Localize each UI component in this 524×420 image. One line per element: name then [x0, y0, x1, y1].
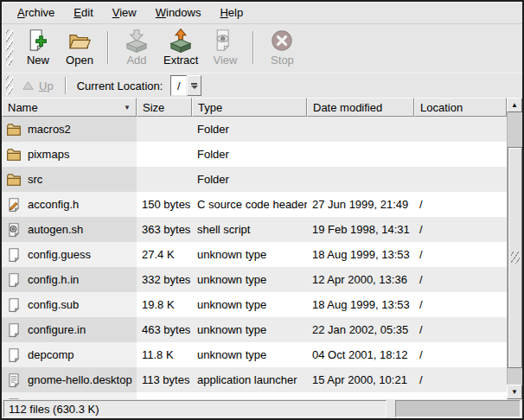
table-row[interactable]: autogen.sh363 bytesshell script19 Feb 19… [2, 217, 507, 242]
menu-label: Edit [73, 6, 93, 19]
menu-windows[interactable]: Windows [146, 2, 211, 23]
file-name-cell: install-sh [2, 392, 137, 399]
status-progress-area [395, 400, 521, 417]
locationbar-drag-handle[interactable] [6, 76, 13, 95]
file-size [137, 167, 192, 192]
file-type: unknown type [192, 292, 307, 317]
locationbar-separator [65, 77, 67, 94]
new-button[interactable]: New [17, 28, 59, 67]
file-list-body: macros2FolderpixmapsFoldersrcFolderaccon… [2, 117, 507, 399]
menu-archive[interactable]: Archive [8, 2, 64, 23]
table-row[interactable]: gnome-hello.desktop113 bytesapplication … [2, 367, 507, 392]
location-combo-dropdown-button[interactable] [187, 75, 201, 96]
column-header-type[interactable]: Type [192, 98, 307, 117]
up-button[interactable]: Up [17, 78, 61, 94]
column-header-size[interactable]: Size [137, 98, 192, 117]
file-size: 5.5 K [137, 392, 192, 399]
file-location: / [414, 267, 507, 292]
scrollbar-down-button[interactable]: ▼ [507, 385, 522, 399]
table-row[interactable]: pixmapsFolder [2, 142, 507, 167]
folder-icon [6, 172, 22, 188]
file-location: / [414, 292, 507, 317]
column-header-label: Type [198, 101, 301, 114]
archive-manager-window: ArchiveEditViewWindowsHelp NewOpenAddExt… [0, 0, 524, 420]
toolbar-button-label: Stop [271, 54, 294, 67]
scrollbar-up-button[interactable]: ▲ [507, 98, 522, 112]
file-list-header: Name▼SizeTypeDate modifiedLocation [2, 98, 507, 117]
table-row[interactable]: srcFolder [2, 167, 507, 192]
table-row[interactable]: config.h.in332 bytesunknown type12 Apr 2… [2, 267, 507, 292]
toolbar-separator [252, 31, 254, 64]
file-location: / [414, 342, 507, 367]
file-name-cell: config.guess [2, 242, 137, 267]
file-type: unknown type [192, 392, 307, 399]
up-button-label: Up [39, 80, 54, 92]
file-name: src [28, 173, 42, 186]
add-button[interactable]: Add [116, 28, 157, 67]
column-header-name[interactable]: Name▼ [2, 98, 137, 117]
column-header-label: Date modified [313, 101, 408, 114]
toolbar-drag-handle[interactable] [6, 29, 13, 66]
file-type: unknown type [192, 267, 307, 292]
file-size: 113 bytes [137, 367, 192, 392]
file-date-modified [307, 167, 414, 192]
file-type: Folder [192, 167, 307, 192]
file-type: unknown type [192, 317, 307, 342]
scrollbar-trough[interactable] [507, 112, 522, 385]
file-type: Folder [192, 142, 307, 167]
table-row[interactable]: macros2Folder [2, 117, 507, 142]
file-date-modified: 18 Aug 1999, 13:53 [307, 242, 414, 267]
toolbar-button-label: Extract [163, 54, 198, 67]
table-row[interactable]: config.guess27.4 Kunknown type18 Aug 199… [2, 242, 507, 267]
file-size: 363 bytes [137, 217, 192, 242]
combo-arrow-triangle-icon [191, 86, 198, 89]
location-combo-entry[interactable]: / [170, 75, 187, 96]
menu-edit[interactable]: Edit [64, 2, 102, 23]
menu-label: Windows [156, 6, 201, 19]
menu-help[interactable]: Help [210, 2, 252, 23]
file-type: C source code header [192, 192, 307, 217]
column-header-date-modified[interactable]: Date modified [307, 98, 414, 117]
file-date-modified: 27 Jun 1999, 21:49 [307, 192, 414, 217]
file-name: pixmaps [28, 148, 69, 161]
document-icon [6, 347, 22, 363]
menu-view[interactable]: View [103, 2, 146, 23]
toolbar-button-label: New [27, 54, 49, 67]
menu-label: View [112, 6, 137, 19]
extract-button[interactable]: Extract [157, 28, 204, 67]
file-date-modified: 18 Aug 1999, 13:53 [307, 292, 414, 317]
toolbar-button-label: View [213, 54, 237, 67]
column-header-label: Name [8, 101, 120, 114]
toolbar-separator [107, 31, 109, 64]
file-size: 332 bytes [137, 267, 192, 292]
stop-button[interactable]: Stop [261, 28, 303, 67]
table-row[interactable]: depcomp11.8 Kunknown type04 Oct 2001, 18… [2, 342, 507, 367]
file-name-cell: config.sub [2, 292, 137, 317]
file-name: macros2 [28, 123, 71, 136]
file-location: / [414, 367, 507, 392]
document-icon [6, 247, 22, 263]
file-date-modified: 04 Oct 2001, 18:12 [307, 342, 414, 367]
table-row[interactable]: install-sh5.5 Kunknown type04 Oct 2001, … [2, 392, 507, 399]
file-size [137, 117, 192, 142]
status-bar: 112 files (630.3 K) [2, 399, 522, 418]
scrollbar-thumb[interactable] [508, 147, 522, 368]
file-type: unknown type [192, 342, 307, 367]
file-size: 463 bytes [137, 317, 192, 342]
table-row[interactable]: config.sub19.8 Kunknown type18 Aug 1999,… [2, 292, 507, 317]
table-row[interactable]: configure.in463 bytesunknown type22 Jan … [2, 317, 507, 342]
table-row[interactable]: acconfig.h150 bytesC source code header2… [2, 192, 507, 217]
column-header-location[interactable]: Location [414, 98, 507, 117]
view-button[interactable]: View [204, 28, 246, 67]
open-button[interactable]: Open [59, 28, 100, 67]
file-date-modified: 15 Apr 2000, 10:21 [307, 367, 414, 392]
file-name-cell: acconfig.h [2, 192, 137, 217]
file-location: / [414, 392, 507, 399]
toolbar: NewOpenAddExtractViewStop [2, 24, 522, 73]
combo-arrow-icon [191, 83, 197, 85]
file-name-cell: depcomp [2, 342, 137, 367]
file-location: / [414, 192, 507, 217]
file-date-modified: 12 Apr 2000, 13:36 [307, 267, 414, 292]
location-combo: / [170, 75, 201, 96]
current-location-label: Current Location: [77, 80, 163, 92]
